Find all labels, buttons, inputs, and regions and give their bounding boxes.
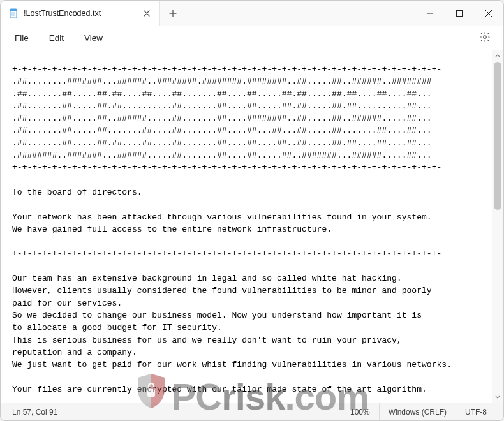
close-window-button[interactable] [474, 1, 503, 26]
status-zoom: 100% [341, 403, 379, 420]
notepad-window: !LostTrustEncoded.txt File Edit View [0, 0, 504, 421]
status-encoding: UTF-8 [456, 403, 496, 420]
status-position: Ln 57, Col 91 [8, 403, 66, 420]
scroll-down-arrow-icon[interactable] [492, 391, 503, 403]
vertical-scrollbar[interactable] [492, 50, 503, 403]
scrollbar-thumb[interactable] [494, 62, 501, 210]
menu-edit[interactable]: Edit [41, 29, 71, 47]
new-tab-button[interactable] [160, 1, 186, 26]
tab-title: !LostTrustEncoded.txt [24, 9, 135, 18]
svg-rect-1 [10, 9, 17, 11]
maximize-button[interactable] [445, 1, 474, 26]
settings-button[interactable] [473, 27, 497, 49]
file-tab[interactable]: !LostTrustEncoded.txt [1, 1, 160, 26]
editor-area: +-+-+-+-+-+-+-+-+-+-+-+-+-+-+-+-+-+-+-+-… [1, 50, 503, 403]
title-bar: !LostTrustEncoded.txt [1, 1, 503, 26]
scrollbar-track[interactable] [492, 62, 503, 391]
close-tab-button[interactable] [140, 7, 153, 20]
minimize-button[interactable] [415, 1, 445, 26]
menu-view[interactable]: View [77, 29, 110, 47]
scroll-up-arrow-icon[interactable] [492, 50, 503, 62]
menu-bar: File Edit View [1, 26, 503, 50]
svg-rect-6 [457, 11, 463, 17]
svg-point-7 [484, 35, 487, 38]
status-eol: Windows (CRLF) [379, 403, 456, 420]
status-bar: Ln 57, Col 91 100% Windows (CRLF) UTF-8 [1, 403, 503, 420]
text-content[interactable]: +-+-+-+-+-+-+-+-+-+-+-+-+-+-+-+-+-+-+-+-… [1, 50, 492, 403]
menu-file[interactable]: File [7, 29, 36, 47]
notepad-icon [8, 8, 19, 18]
window-controls [415, 1, 503, 26]
